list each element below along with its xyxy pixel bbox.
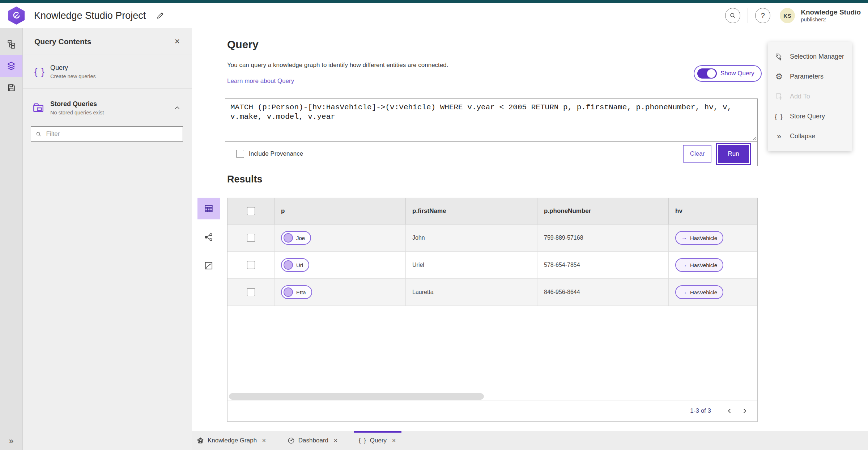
firstname-cell: Uriel [406,252,537,278]
row-checkbox[interactable] [247,234,255,242]
braces-icon: { } [34,67,50,77]
node-chip[interactable]: Etta [281,285,312,299]
selection-manager-icon [774,52,784,61]
close-icon[interactable]: ✕ [172,37,182,46]
row-checkbox[interactable] [247,288,255,296]
close-icon[interactable]: ✕ [333,437,339,444]
table-row: Etta Lauretta 846-956-8644 → HasVehicle [227,279,757,306]
query-buttons: Clear Run [683,145,752,163]
chevron-left-icon[interactable] [722,403,737,419]
row-select-cell [227,252,275,278]
app-logo-icon [8,7,25,25]
row-checkbox[interactable] [247,261,255,269]
knowledge-graph-icon [196,437,204,445]
stored-queries-folder-icon [32,102,50,114]
panel-item-subtitle: No stored queries exist [50,110,172,115]
tab-label: Dashboard [298,437,328,444]
hierarchy-icon[interactable] [0,33,22,55]
bottom-tabbar: Knowledge Graph ✕ Dashboard ✕ { } Query … [192,431,868,450]
avatar[interactable]: KS [780,8,795,23]
menu-item-selection-manager[interactable]: Selection Manager [768,47,852,67]
query-editor-box: MATCH (p:Person)-[hv:HasVehicle]->(v:Veh… [225,98,758,166]
edge-chip[interactable]: → HasVehicle [675,231,723,245]
learn-more-link[interactable]: Learn more about Query [227,77,294,85]
header-actions: ? KS Knowledge Studio publisher2 [725,8,864,23]
panel-item-title: Stored Queries [50,100,172,108]
toggle-switch[interactable] [697,68,717,79]
node-chip[interactable]: Joe [281,231,311,245]
include-provenance-label: Include Provenance [249,150,303,157]
tab-query[interactable]: { } Query ✕ [354,431,401,450]
app-header: Knowledge Studio Project ? KS Knowledge … [0,3,868,29]
panel-item-title: Query [50,64,182,72]
graph-view-icon[interactable] [197,226,220,248]
column-header-hv[interactable]: hv [669,198,757,224]
column-header-phonenumber[interactable]: p.phoneNumber [537,198,669,224]
phonenumber-cell: 846-956-8644 [537,279,669,306]
table-view-icon[interactable] [197,198,220,219]
node-label: Uri [296,262,303,268]
panel-item-query[interactable]: { } Query Create new queries [23,55,192,89]
chevron-right-icon[interactable] [737,403,752,419]
expand-rail-icon[interactable]: » [0,436,22,446]
edge-cell: → HasVehicle [669,224,757,251]
clear-button[interactable]: Clear [683,145,711,163]
close-icon[interactable]: ✕ [391,437,397,444]
edge-label: HasVehicle [690,235,717,241]
edit-title-icon[interactable] [154,10,166,21]
run-button[interactable]: Run [718,145,749,163]
filter-input[interactable] [45,130,178,138]
main-content: Query You can query a knowledge graph to… [192,28,868,431]
node-chip[interactable]: Uri [281,258,309,272]
firstname-cell: John [406,224,537,251]
table-row: Uri Uriel 578-654-7854 → HasVehicle [227,252,757,279]
edge-chip[interactable]: → HasVehicle [675,258,723,272]
query-section-title: Query [227,38,259,51]
save-icon[interactable] [0,77,22,98]
show-query-label: Show Query [720,70,754,77]
close-icon[interactable]: ✕ [261,437,267,444]
filter-field [31,126,183,142]
panel-item-stored-queries[interactable]: Stored Queries No stored queries exist [23,92,192,123]
menu-item-label: Add To [790,93,810,100]
resize-handle-icon[interactable] [752,136,757,140]
menu-item-store-query[interactable]: { } Store Query [768,106,852,126]
toggle-knob [707,69,716,78]
menu-item-label: Collapse [790,133,815,140]
checkbox[interactable] [236,150,244,158]
query-description: You can query a knowledge graph to ident… [227,62,448,69]
table-empty-area [227,306,757,393]
node-dot-icon [284,260,293,270]
product-name: Knowledge Studio [801,8,861,16]
edge-cell: → HasVehicle [669,279,757,306]
tab-knowledge-graph[interactable]: Knowledge Graph ✕ [192,431,272,450]
search-icon[interactable] [725,8,740,23]
braces-icon: { } [359,437,367,444]
chevron-up-icon[interactable] [172,103,182,113]
tab-dashboard[interactable]: Dashboard ✕ [282,431,343,450]
layers-icon[interactable] [0,55,22,77]
query-editor[interactable]: MATCH (p:Person)-[hv:HasVehicle]->(v:Veh… [225,99,757,141]
include-provenance-checkbox[interactable]: Include Provenance [236,150,303,158]
select-all-checkbox[interactable] [247,207,255,215]
horizontal-scrollbar [229,393,756,400]
menu-item-label: Parameters [790,73,824,80]
row-select-cell [227,224,275,251]
column-header-p[interactable]: p [275,198,406,224]
map-view-icon[interactable] [197,255,220,277]
scrollbar-thumb[interactable] [229,393,484,400]
edge-chip[interactable]: → HasVehicle [675,285,723,299]
arrow-right-icon: → [681,235,687,241]
menu-item-collapse[interactable]: » Collapse [768,126,852,146]
menu-item-parameters[interactable]: ⚙ Parameters [768,67,852,87]
left-rail: » [0,28,23,450]
results-table: p p.firstName p.phoneNumber hv Joe John … [227,198,758,422]
node-cell: Joe [275,224,406,251]
add-to-icon [774,92,784,101]
show-query-toggle[interactable]: Show Query [694,65,762,82]
node-dot-icon [284,233,293,243]
column-header-firstname[interactable]: p.firstName [406,198,537,224]
menu-item-label: Store Query [790,113,825,120]
panel-header: Query Contents ✕ [23,28,192,55]
help-icon[interactable]: ? [755,8,770,23]
